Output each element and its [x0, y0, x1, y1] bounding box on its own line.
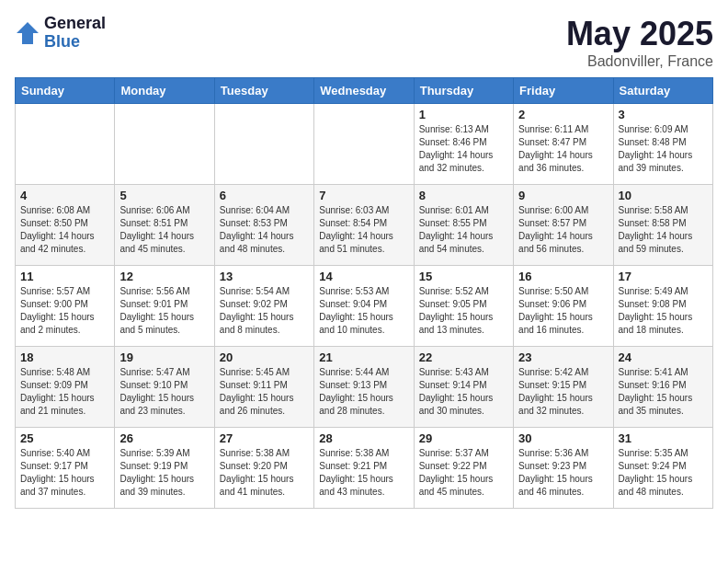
day-number: 22 — [419, 350, 508, 364]
calendar-cell: 6Sunrise: 6:04 AM Sunset: 8:53 PM Daylig… — [214, 185, 313, 266]
day-number: 27 — [220, 431, 309, 445]
day-info: Sunrise: 6:04 AM Sunset: 8:53 PM Dayligh… — [220, 204, 309, 256]
day-info: Sunrise: 6:13 AM Sunset: 8:46 PM Dayligh… — [419, 123, 508, 175]
calendar-table: SundayMondayTuesdayWednesdayThursdayFrid… — [15, 77, 713, 509]
day-info: Sunrise: 5:39 AM Sunset: 9:19 PM Dayligh… — [119, 447, 209, 499]
day-number: 20 — [220, 350, 309, 364]
calendar-cell — [115, 104, 214, 185]
page-header: General Blue May 2025 Badonviller, Franc… — [15, 15, 713, 70]
day-number: 21 — [319, 350, 408, 364]
title-month: May 2025 — [566, 15, 713, 53]
day-info: Sunrise: 5:37 AM Sunset: 9:22 PM Dayligh… — [419, 447, 508, 499]
day-info: Sunrise: 5:38 AM Sunset: 9:20 PM Dayligh… — [220, 447, 309, 499]
day-number: 8 — [419, 189, 508, 202]
weekday-header-wednesday: Wednesday — [314, 78, 414, 104]
day-info: Sunrise: 5:40 AM Sunset: 9:17 PM Dayligh… — [20, 447, 109, 499]
day-number: 10 — [619, 189, 708, 202]
day-number: 25 — [20, 431, 109, 445]
svg-marker-0 — [17, 22, 39, 44]
day-number: 14 — [319, 270, 408, 283]
calendar-cell: 21Sunrise: 5:44 AM Sunset: 9:13 PM Dayli… — [314, 347, 414, 428]
calendar-header-row: SundayMondayTuesdayWednesdayThursdayFrid… — [16, 78, 713, 104]
day-number: 17 — [619, 270, 708, 283]
day-number: 2 — [518, 108, 608, 121]
day-info: Sunrise: 5:42 AM Sunset: 9:15 PM Dayligh… — [518, 366, 608, 418]
calendar-cell: 15Sunrise: 5:52 AM Sunset: 9:05 PM Dayli… — [414, 266, 513, 347]
weekday-header-saturday: Saturday — [613, 78, 712, 104]
calendar-cell: 11Sunrise: 5:57 AM Sunset: 9:00 PM Dayli… — [16, 266, 115, 347]
day-info: Sunrise: 5:53 AM Sunset: 9:04 PM Dayligh… — [319, 285, 408, 337]
day-number: 12 — [119, 270, 209, 283]
day-info: Sunrise: 5:50 AM Sunset: 9:06 PM Dayligh… — [518, 285, 608, 337]
day-info: Sunrise: 6:09 AM Sunset: 8:48 PM Dayligh… — [619, 123, 708, 175]
weekday-header-thursday: Thursday — [414, 78, 513, 104]
calendar-cell: 8Sunrise: 6:01 AM Sunset: 8:55 PM Daylig… — [414, 185, 513, 266]
calendar-cell: 23Sunrise: 5:42 AM Sunset: 9:15 PM Dayli… — [514, 347, 613, 428]
calendar-cell: 17Sunrise: 5:49 AM Sunset: 9:08 PM Dayli… — [613, 266, 712, 347]
calendar-week-row: 1Sunrise: 6:13 AM Sunset: 8:46 PM Daylig… — [16, 104, 713, 185]
calendar-week-row: 11Sunrise: 5:57 AM Sunset: 9:00 PM Dayli… — [16, 266, 713, 347]
calendar-cell: 18Sunrise: 5:48 AM Sunset: 9:09 PM Dayli… — [16, 347, 115, 428]
logo-text: General Blue — [44, 15, 106, 52]
day-info: Sunrise: 5:52 AM Sunset: 9:05 PM Dayligh… — [419, 285, 508, 337]
calendar-cell: 27Sunrise: 5:38 AM Sunset: 9:20 PM Dayli… — [214, 428, 313, 509]
day-number: 24 — [619, 350, 708, 364]
day-number: 9 — [518, 189, 608, 202]
weekday-header-monday: Monday — [115, 78, 214, 104]
calendar-cell: 16Sunrise: 5:50 AM Sunset: 9:06 PM Dayli… — [514, 266, 613, 347]
day-info: Sunrise: 5:54 AM Sunset: 9:02 PM Dayligh… — [220, 285, 309, 337]
day-info: Sunrise: 5:45 AM Sunset: 9:11 PM Dayligh… — [220, 366, 309, 418]
calendar-week-row: 18Sunrise: 5:48 AM Sunset: 9:09 PM Dayli… — [16, 347, 713, 428]
day-number: 15 — [419, 270, 508, 283]
day-number: 1 — [419, 108, 508, 121]
calendar-cell: 14Sunrise: 5:53 AM Sunset: 9:04 PM Dayli… — [314, 266, 414, 347]
day-number: 26 — [119, 431, 209, 445]
logo-blue: Blue — [44, 33, 106, 52]
calendar-cell: 4Sunrise: 6:08 AM Sunset: 8:50 PM Daylig… — [16, 185, 115, 266]
weekday-header-tuesday: Tuesday — [214, 78, 313, 104]
day-number: 16 — [518, 270, 608, 283]
weekday-header-friday: Friday — [514, 78, 613, 104]
calendar-cell: 24Sunrise: 5:41 AM Sunset: 9:16 PM Dayli… — [613, 347, 712, 428]
day-info: Sunrise: 5:48 AM Sunset: 9:09 PM Dayligh… — [20, 366, 109, 418]
calendar-cell: 28Sunrise: 5:38 AM Sunset: 9:21 PM Dayli… — [314, 428, 414, 509]
calendar-cell: 7Sunrise: 6:03 AM Sunset: 8:54 PM Daylig… — [314, 185, 414, 266]
day-number: 11 — [20, 270, 109, 283]
day-number: 30 — [518, 431, 608, 445]
day-info: Sunrise: 6:00 AM Sunset: 8:57 PM Dayligh… — [518, 204, 608, 256]
day-number: 31 — [619, 431, 708, 445]
logo: General Blue — [15, 15, 106, 52]
day-info: Sunrise: 6:11 AM Sunset: 8:47 PM Dayligh… — [518, 123, 608, 175]
day-number: 19 — [119, 350, 209, 364]
title-block: May 2025 Badonviller, France — [566, 15, 713, 70]
day-info: Sunrise: 5:58 AM Sunset: 8:58 PM Dayligh… — [619, 204, 708, 256]
day-number: 6 — [220, 189, 309, 202]
day-info: Sunrise: 5:43 AM Sunset: 9:14 PM Dayligh… — [419, 366, 508, 418]
calendar-cell: 25Sunrise: 5:40 AM Sunset: 9:17 PM Dayli… — [16, 428, 115, 509]
calendar-cell: 5Sunrise: 6:06 AM Sunset: 8:51 PM Daylig… — [115, 185, 214, 266]
day-number: 28 — [319, 431, 408, 445]
weekday-header-sunday: Sunday — [16, 78, 115, 104]
calendar-cell: 13Sunrise: 5:54 AM Sunset: 9:02 PM Dayli… — [214, 266, 313, 347]
day-info: Sunrise: 5:57 AM Sunset: 9:00 PM Dayligh… — [20, 285, 109, 337]
day-info: Sunrise: 6:01 AM Sunset: 8:55 PM Dayligh… — [419, 204, 508, 256]
day-info: Sunrise: 5:56 AM Sunset: 9:01 PM Dayligh… — [119, 285, 209, 337]
calendar-cell: 31Sunrise: 5:35 AM Sunset: 9:24 PM Dayli… — [613, 428, 712, 509]
day-info: Sunrise: 5:47 AM Sunset: 9:10 PM Dayligh… — [119, 366, 209, 418]
title-location: Badonviller, France — [566, 53, 713, 70]
day-info: Sunrise: 6:03 AM Sunset: 8:54 PM Dayligh… — [319, 204, 408, 256]
day-info: Sunrise: 5:49 AM Sunset: 9:08 PM Dayligh… — [619, 285, 708, 337]
calendar-cell: 29Sunrise: 5:37 AM Sunset: 9:22 PM Dayli… — [414, 428, 513, 509]
calendar-cell: 3Sunrise: 6:09 AM Sunset: 8:48 PM Daylig… — [613, 104, 712, 185]
day-info: Sunrise: 5:36 AM Sunset: 9:23 PM Dayligh… — [518, 447, 608, 499]
day-info: Sunrise: 5:44 AM Sunset: 9:13 PM Dayligh… — [319, 366, 408, 418]
calendar-cell: 19Sunrise: 5:47 AM Sunset: 9:10 PM Dayli… — [115, 347, 214, 428]
calendar-cell: 12Sunrise: 5:56 AM Sunset: 9:01 PM Dayli… — [115, 266, 214, 347]
day-info: Sunrise: 5:38 AM Sunset: 9:21 PM Dayligh… — [319, 447, 408, 499]
calendar-cell: 1Sunrise: 6:13 AM Sunset: 8:46 PM Daylig… — [414, 104, 513, 185]
calendar-week-row: 4Sunrise: 6:08 AM Sunset: 8:50 PM Daylig… — [16, 185, 713, 266]
day-info: Sunrise: 6:06 AM Sunset: 8:51 PM Dayligh… — [119, 204, 209, 256]
day-number: 7 — [319, 189, 408, 202]
day-number: 18 — [20, 350, 109, 364]
calendar-week-row: 25Sunrise: 5:40 AM Sunset: 9:17 PM Dayli… — [16, 428, 713, 509]
